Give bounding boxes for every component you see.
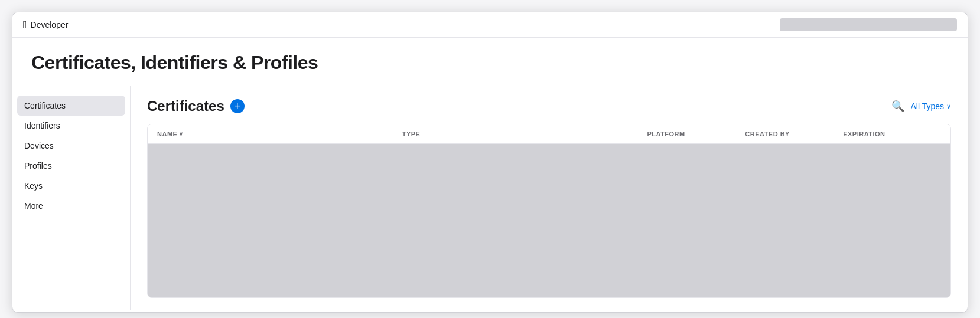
content-area: Certificates + 🔍 All Types ∨ NAME ∨: [131, 86, 968, 310]
page-title: Certificates, Identifiers & Profiles: [31, 52, 949, 74]
sidebar-item-more[interactable]: More: [12, 196, 130, 216]
filter-dropdown[interactable]: All Types ∨: [910, 101, 951, 111]
chevron-down-icon: ∨: [946, 103, 951, 110]
add-certificate-button[interactable]: +: [230, 99, 245, 113]
sidebar-item-keys[interactable]: Keys: [12, 176, 130, 196]
sidebar-item-identifiers[interactable]: Identifiers: [12, 116, 130, 136]
apple-icon: : [23, 19, 27, 31]
search-icon[interactable]: 🔍: [891, 100, 904, 113]
sidebar-item-devices[interactable]: Devices: [12, 136, 130, 156]
content-title-group: Certificates +: [147, 98, 245, 114]
apple-logo-group:  Developer: [23, 19, 68, 31]
table-header: NAME ∨ TYPE PLATFORM CREATED BY EXPIRATI…: [148, 124, 950, 144]
sort-arrow-icon: ∨: [179, 131, 184, 137]
col-header-expiration: EXPIRATION: [843, 130, 941, 137]
col-header-created-by: CREATED BY: [745, 130, 843, 137]
sidebar-item-profiles[interactable]: Profiles: [12, 156, 130, 176]
main-window:  Developer Certificates, Identifiers & …: [12, 12, 968, 313]
table-body: [148, 144, 950, 297]
content-title: Certificates: [147, 98, 224, 114]
app-name: Developer: [31, 20, 69, 29]
page-header: Certificates, Identifiers & Profiles: [12, 38, 968, 86]
content-actions: 🔍 All Types ∨: [891, 100, 951, 113]
title-bar-right-placeholder: [780, 18, 957, 31]
col-header-platform: PLATFORM: [647, 130, 745, 137]
certificates-table: NAME ∨ TYPE PLATFORM CREATED BY EXPIRATI…: [147, 124, 951, 298]
sidebar-item-certificates[interactable]: Certificates: [17, 96, 125, 116]
filter-label: All Types: [910, 101, 944, 111]
content-header: Certificates + 🔍 All Types ∨: [147, 98, 951, 114]
col-header-name[interactable]: NAME ∨: [157, 130, 402, 137]
title-bar:  Developer: [12, 12, 968, 38]
col-header-type: TYPE: [402, 130, 647, 137]
sidebar: Certificates Identifiers Devices Profile…: [12, 86, 131, 310]
main-layout: Certificates Identifiers Devices Profile…: [12, 86, 968, 310]
